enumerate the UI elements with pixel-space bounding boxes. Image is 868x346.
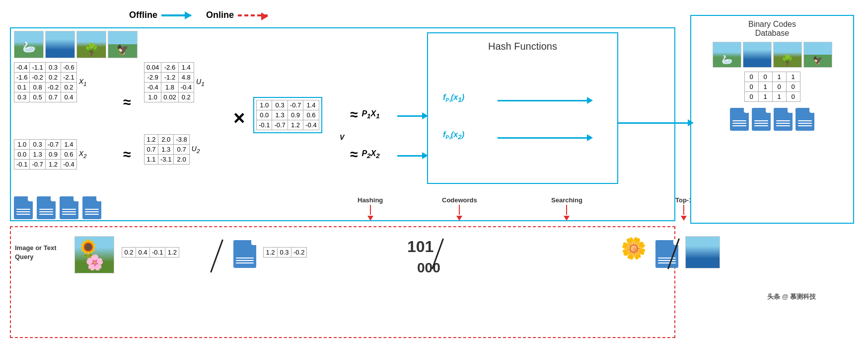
hash-functions-title: Hash Functions bbox=[428, 33, 617, 52]
result-water-img bbox=[685, 236, 720, 268]
hashing-label: Hashing bbox=[358, 196, 383, 204]
binary-db-doc-icons bbox=[695, 108, 849, 131]
hash-functions-box: Hash Functions fP₁(x1) fP₂(x2) bbox=[427, 32, 618, 184]
f-p1-label: fP₁(x1) bbox=[443, 93, 464, 103]
v-label: V bbox=[340, 133, 344, 141]
approx-1: ≈ bbox=[123, 94, 131, 110]
codewords-label: Codewords bbox=[442, 196, 477, 204]
approx-2: ≈ bbox=[123, 147, 131, 163]
binary-codes-box: Binary CodesDatabase 🦢 🌳 🦅 0011 0100 011… bbox=[690, 15, 854, 224]
offline-arrow-icon bbox=[161, 14, 191, 16]
approx-p1x1: ≈ P1X1 bbox=[350, 107, 380, 123]
binary-matrix-table: 0011 0100 0110 bbox=[744, 72, 800, 102]
matrix-u1-container: 0.04-2.61.4 -2.9-1.24.8 -0.41.8-0.4 1.00… bbox=[144, 62, 205, 102]
main-container: Offline Online 🦢 🌳 🦅 -0.4-1.10.3-0.6 -1.… bbox=[0, 0, 868, 346]
x2-label: X2 bbox=[79, 150, 87, 159]
u2-label: U2 bbox=[192, 145, 200, 154]
hashing-arrow-line bbox=[370, 205, 371, 215]
top1-arrow-line bbox=[683, 205, 684, 215]
db-thumb-2 bbox=[743, 42, 772, 68]
offline-label: Offline bbox=[129, 10, 191, 20]
query-flower-img: 🌻 bbox=[77, 239, 99, 260]
codeword-101: 101 bbox=[407, 238, 440, 256]
query-label: Image or TextQuery bbox=[15, 244, 57, 261]
x1-label: X1 bbox=[79, 78, 87, 87]
arrow-fp1-out bbox=[498, 97, 593, 104]
query-vector-1: 0.20.4-0.11.2 bbox=[122, 247, 179, 258]
codewords-label-container: Codewords bbox=[442, 196, 477, 221]
matrix-v-table: 1.00.3-0.71.4 0.01.30.90.6 -0.1-0.71.2-0… bbox=[256, 100, 319, 130]
binary-db-thumbs: 🦢 🌳 🦅 bbox=[695, 42, 849, 68]
db-thumb-1: 🦢 bbox=[713, 42, 741, 68]
codewords-arrow-line bbox=[459, 205, 460, 215]
doc-icon-1 bbox=[14, 196, 33, 219]
matrix-x2-table: 1.00.3-0.71.4 0.01.30.90.6 -0.1-0.71.2-0… bbox=[14, 139, 77, 170]
thumb-ocean bbox=[45, 31, 75, 58]
matrix-x2-container: 1.00.3-0.71.4 0.01.30.90.6 -0.1-0.71.2-0… bbox=[14, 139, 86, 170]
f-p2-label: fP₂(x2) bbox=[443, 130, 464, 141]
matrix-u2-table: 1.22.0-3.8 0.71.30.7 1.1-3.12.0 bbox=[144, 134, 190, 165]
result-flower-img: 🌼 bbox=[621, 236, 647, 260]
thumb-white-bird: 🦅 bbox=[108, 31, 138, 58]
doc-icons-bottom-left bbox=[14, 196, 101, 219]
matrix-v-container: 1.00.3-0.71.4 0.01.30.90.6 -0.1-0.71.2-0… bbox=[253, 97, 322, 133]
matrix-u1-table: 0.04-2.61.4 -2.9-1.24.8 -0.41.8-0.4 1.00… bbox=[144, 62, 194, 102]
binary-codes-title: Binary CodesDatabase bbox=[695, 20, 849, 38]
db-thumb-4: 🦅 bbox=[803, 42, 832, 68]
doc-icon-4 bbox=[82, 196, 101, 219]
times-sign: × bbox=[233, 107, 245, 129]
doc-icon-2 bbox=[37, 196, 56, 219]
query-v2-table: 1.20.3-0.2 bbox=[263, 247, 307, 258]
arrow-p2x2-fp2 bbox=[397, 152, 428, 159]
arrow-hash-to-binary bbox=[618, 119, 694, 126]
db-doc-4 bbox=[796, 108, 814, 131]
offline-text: Offline bbox=[129, 10, 157, 20]
codeword-000: 000 bbox=[417, 260, 440, 276]
searching-arrow-line bbox=[566, 205, 567, 215]
hashing-label-container: Hashing bbox=[358, 196, 383, 221]
searching-label: Searching bbox=[551, 196, 582, 204]
searching-label-container: Searching bbox=[551, 196, 582, 221]
u1-label: U1 bbox=[196, 78, 205, 87]
legend-row: Offline Online bbox=[129, 10, 268, 20]
matrix-u2-container: 1.22.0-3.8 0.71.30.7 1.1-3.12.0 U2 bbox=[144, 134, 200, 165]
online-label: Online bbox=[206, 10, 268, 20]
result-doc-icon bbox=[655, 240, 678, 270]
online-text: Online bbox=[206, 10, 234, 20]
query-v1-table: 0.20.4-0.11.2 bbox=[122, 247, 179, 258]
arrow-p1x1-fp1 bbox=[397, 112, 428, 119]
query-vector-2: 1.20.3-0.2 bbox=[263, 247, 307, 258]
query-doc-icon bbox=[233, 240, 256, 270]
arrow-fp2-out bbox=[498, 134, 593, 141]
db-doc-3 bbox=[774, 108, 793, 131]
online-arrow-icon bbox=[238, 14, 268, 16]
thumb-flower-shrub: 🌳 bbox=[76, 31, 106, 58]
searching-arrow-head bbox=[564, 216, 570, 221]
top1-arrow-head bbox=[681, 216, 687, 221]
watermark: 头条 @ 慕测科技 bbox=[767, 292, 816, 301]
thumb-bird: 🦢 bbox=[14, 31, 44, 58]
codewords-arrow-head bbox=[456, 216, 462, 221]
approx-p2x2: ≈ P2X2 bbox=[350, 147, 380, 163]
matrix-x1-table: -0.4-1.10.3-0.6 -1.6-0.20.2-2.1 0.10.8-0… bbox=[14, 62, 77, 102]
doc-icon-3 bbox=[60, 196, 78, 219]
db-thumb-3: 🌳 bbox=[773, 42, 802, 68]
thumbnails-top: 🦢 🌳 🦅 bbox=[14, 31, 138, 58]
db-doc-1 bbox=[730, 108, 749, 131]
hashing-arrow-head bbox=[367, 216, 373, 221]
matrix-x1-container: -0.4-1.10.3-0.6 -1.6-0.20.2-2.1 0.10.8-0… bbox=[14, 62, 86, 102]
db-doc-2 bbox=[752, 108, 771, 131]
